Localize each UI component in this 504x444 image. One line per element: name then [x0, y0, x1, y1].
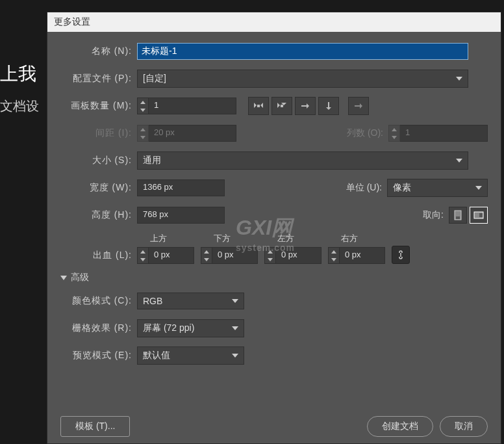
profile-value: [自定] [143, 73, 166, 85]
triangle-down-icon [60, 276, 67, 280]
spin-up-icon[interactable] [138, 248, 148, 255]
orientation-portrait-button[interactable] [449, 207, 467, 224]
chevron-down-icon [456, 159, 462, 163]
height-label: 高度 (H): [60, 209, 137, 221]
dialog-titlebar: 更多设置 [47, 12, 501, 32]
artboards-spinner[interactable]: 1 [137, 98, 236, 114]
grid-col-icon[interactable] [271, 97, 292, 115]
orientation-landscape-button[interactable] [470, 207, 488, 224]
spin-up-icon[interactable] [201, 248, 212, 255]
spin-down-icon [138, 133, 148, 141]
name-label: 名称 (N): [60, 46, 137, 57]
spin-up-icon[interactable] [329, 248, 339, 255]
artboards-value[interactable]: 1 [149, 98, 236, 114]
link-bleed-button[interactable] [392, 246, 410, 264]
advanced-section-toggle[interactable]: 高级 [60, 272, 488, 283]
spin-up-icon [389, 125, 399, 133]
arrow-down-icon[interactable] [318, 97, 339, 115]
spacing-spinner: 20 px [137, 125, 236, 142]
bleed-top-label: 上方 [150, 233, 194, 244]
chevron-down-icon [232, 326, 238, 330]
preview-label: 预览模式 (E): [60, 350, 137, 361]
spin-down-icon[interactable] [138, 255, 148, 263]
bg-text-1: 上我 [0, 62, 36, 86]
profile-select[interactable]: [自定] [137, 70, 468, 88]
svg-rect-3 [479, 213, 483, 217]
bleed-right-value[interactable]: 0 px [340, 247, 385, 264]
size-label: 大小 (S): [60, 155, 137, 166]
size-select[interactable]: 通用 [137, 151, 468, 170]
bleed-bottom-label: 下方 [214, 233, 258, 244]
advanced-label: 高级 [71, 272, 89, 283]
spin-down-icon[interactable] [138, 106, 148, 114]
preview-select[interactable]: 默认值 [137, 346, 244, 365]
more-settings-dialog: 更多设置 名称 (N): 配置文件 (P): [自定] 画板数量 (M): 1 [47, 12, 501, 444]
preview-value: 默认值 [143, 350, 170, 361]
svg-rect-1 [456, 216, 460, 219]
columns-spinner: 1 [388, 125, 488, 142]
colormode-label: 颜色模式 (C): [60, 295, 137, 307]
bg-text-2: 文档设 [0, 98, 39, 115]
dialog-body: 名称 (N): 配置文件 (P): [自定] 画板数量 (M): 1 [47, 32, 501, 383]
dialog-title: 更多设置 [54, 16, 90, 28]
bleed-right-label: 右方 [341, 233, 385, 244]
units-label: 单位 (U): [346, 182, 382, 194]
spin-down-icon[interactable] [201, 255, 212, 263]
units-select[interactable]: 像素 [387, 179, 488, 197]
spin-down-icon[interactable] [265, 255, 275, 263]
name-input[interactable] [137, 43, 468, 60]
arrow-right-icon[interactable] [295, 97, 316, 115]
width-input[interactable]: 1366 px [137, 179, 225, 196]
spacing-label: 间距 (I): [60, 127, 137, 139]
bleed-left-value[interactable]: 0 px [276, 247, 321, 264]
size-value: 通用 [143, 155, 161, 166]
dialog-footer: 模板 (T)... 创建文档 取消 [47, 410, 501, 443]
chevron-down-icon [475, 186, 482, 190]
spin-down-icon [389, 133, 399, 141]
chevron-down-icon [232, 354, 238, 358]
columns-value: 1 [400, 125, 488, 142]
bleed-top-value[interactable]: 0 px [149, 247, 194, 264]
spin-up-icon[interactable] [138, 98, 148, 106]
bleed-left-label: 左方 [277, 233, 321, 244]
colormode-select[interactable]: RGB [137, 293, 244, 309]
artboards-label: 画板数量 (M): [60, 100, 137, 112]
template-button[interactable]: 模板 (T)... [60, 416, 130, 437]
height-input[interactable]: 768 px [137, 207, 225, 224]
orientation-label: 取向: [423, 209, 444, 221]
cancel-button[interactable]: 取消 [440, 416, 488, 437]
bleed-left-spinner[interactable]: 0 px [264, 247, 321, 264]
spin-down-icon[interactable] [329, 255, 339, 263]
spacing-value: 20 px [149, 125, 236, 142]
create-document-button[interactable]: 创建文档 [367, 416, 433, 437]
bleed-bottom-value[interactable]: 0 px [212, 247, 258, 264]
spin-up-icon [138, 125, 148, 133]
colormode-value: RGB [143, 296, 162, 306]
profile-label: 配置文件 (P): [60, 73, 137, 85]
bleed-bottom-spinner[interactable]: 0 px [201, 247, 258, 264]
bleed-label: 出血 (L): [60, 250, 137, 264]
units-value: 像素 [393, 182, 411, 194]
arrow-right-alt-icon[interactable] [348, 97, 369, 115]
grid-row-icon[interactable] [248, 97, 269, 115]
chevron-down-icon [232, 299, 238, 303]
width-label: 宽度 (W): [60, 182, 137, 194]
bleed-top-spinner[interactable]: 0 px [137, 247, 194, 264]
raster-label: 栅格效果 (R): [60, 322, 137, 334]
columns-label: 列数 (O): [347, 127, 383, 139]
raster-select[interactable]: 屏幕 (72 ppi) [137, 319, 244, 337]
bleed-right-spinner[interactable]: 0 px [328, 247, 385, 264]
raster-value: 屏幕 (72 ppi) [143, 322, 194, 334]
chevron-down-icon [456, 77, 462, 81]
spin-up-icon[interactable] [265, 248, 275, 255]
